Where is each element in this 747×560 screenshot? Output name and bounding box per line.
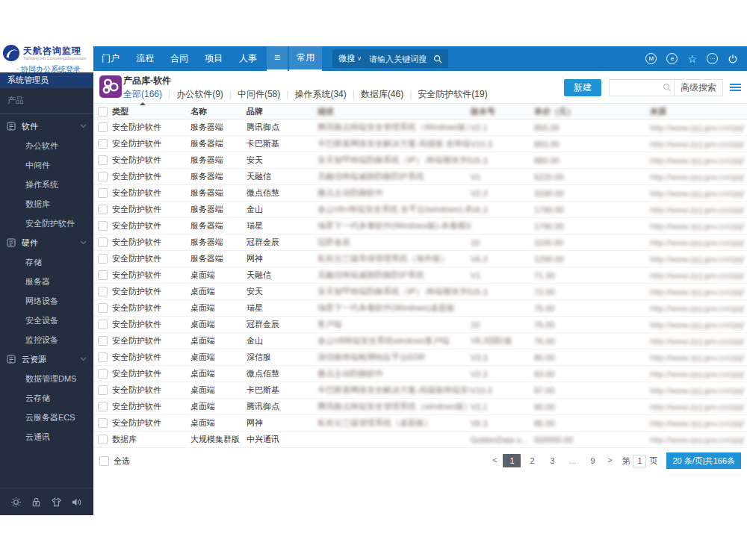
row-checkbox[interactable] (98, 352, 108, 362)
sidebar-group-3[interactable]: 云资源 (0, 349, 93, 369)
row-checkbox-cell (93, 402, 112, 411)
header-checkbox[interactable] (98, 107, 108, 116)
search-icon[interactable] (660, 83, 674, 92)
page-jump-input[interactable]: 1 (633, 455, 646, 467)
volume-icon[interactable] (71, 497, 83, 508)
sidebar-item[interactable]: 安全防护软件 (0, 214, 93, 233)
sidebar-group-2[interactable]: 硬件 (0, 233, 93, 252)
nav-item-5[interactable]: 人事 (231, 46, 265, 71)
tab-5[interactable]: 数据库(46) (361, 88, 403, 101)
row-checkbox[interactable] (98, 205, 108, 214)
row-checkbox[interactable] (98, 188, 108, 198)
cell-version-blurred: 10 (471, 238, 534, 247)
sidebar-item[interactable]: 云服务器ECS (0, 408, 93, 427)
next-page-button[interactable]: > (604, 454, 616, 467)
sidebar-item[interactable]: 办公软件 (0, 136, 93, 155)
row-checkbox[interactable] (98, 402, 108, 411)
row-checkbox[interactable] (98, 385, 108, 395)
select-all-checkbox[interactable] (99, 456, 109, 466)
row-checkbox[interactable] (98, 336, 108, 346)
row-checkbox[interactable] (98, 122, 108, 132)
settings-icon[interactable] (10, 497, 22, 508)
global-search-input[interactable] (368, 54, 433, 64)
sidebar-item[interactable]: 服务器 (0, 272, 93, 291)
main-content: 产品库-软件 全部(166)|办公软件(9)|中间件(58)|操作系统(34)|… (93, 71, 747, 470)
row-checkbox[interactable] (98, 270, 108, 280)
tab-1[interactable]: 全部(166) (123, 88, 162, 101)
prev-page-button[interactable]: < (489, 454, 500, 467)
sidebar-item[interactable]: 网络设备 (0, 291, 93, 311)
sidebar-item[interactable]: 操作系统 (0, 175, 93, 194)
search-category-dropdown[interactable]: 微搜 ∨ (338, 53, 362, 64)
cell-brand: 安天 (247, 286, 317, 297)
row-checkbox[interactable] (98, 172, 108, 181)
message-circle-icon[interactable]: e (666, 53, 678, 64)
page-size-badge[interactable]: 20 条/页|共166条 (666, 452, 741, 469)
tab-2[interactable]: 办公软件(9) (176, 88, 223, 101)
sidebar-item[interactable]: 数据管理DMS (0, 369, 93, 388)
tab-6[interactable]: 安全防护软件(19) (418, 88, 487, 101)
row-checkbox-cell (93, 139, 112, 149)
nav-item-common[interactable]: 常用 (289, 46, 322, 71)
row-checkbox-cell (93, 336, 112, 346)
table-row: 安全防护软件服务器端腾讯御点腾讯御点终端安全管理系统（Windows版）V2.1… (93, 119, 747, 136)
tab-3[interactable]: 中间件(58) (238, 88, 280, 101)
page-button-9[interactable]: 9 (583, 454, 601, 467)
company-name: 天航咨询监理 (23, 46, 87, 56)
row-checkbox[interactable] (98, 435, 108, 444)
chevron-down-icon (80, 240, 87, 245)
list-view-icon[interactable] (730, 83, 741, 92)
sidebar-item[interactable]: 监控设备 (0, 330, 93, 349)
row-checkbox[interactable] (98, 221, 108, 231)
row-checkbox-cell (93, 320, 112, 329)
nav-burger-icon[interactable]: ≡ (267, 46, 288, 71)
new-button[interactable]: 新建 (564, 79, 601, 96)
table-body: 安全防护软件服务器端腾讯御点腾讯御点终端安全管理系统（Windows版）V2.1… (93, 119, 747, 448)
row-checkbox[interactable] (98, 320, 108, 329)
row-checkbox[interactable] (98, 254, 108, 264)
nav-item-1[interactable]: 门户 (93, 46, 128, 71)
cell-source-blurred: http://www.zjcj.gov.cn/zjsj/ (650, 386, 747, 395)
more-circle-icon[interactable]: ··· (707, 53, 718, 64)
sidebar-item[interactable]: 数据库 (0, 194, 93, 214)
cell-brand: 网神 (247, 417, 317, 429)
row-checkbox[interactable] (98, 139, 108, 149)
theme-shirt-icon[interactable] (51, 497, 62, 508)
page-button-3[interactable]: 3 (543, 454, 561, 467)
row-checkbox[interactable] (98, 303, 108, 313)
row-checkbox[interactable] (98, 237, 108, 247)
cell-price-blurred: 1100.00 (534, 238, 650, 247)
sidebar-item[interactable]: 存储 (0, 252, 93, 272)
row-checkbox[interactable] (98, 155, 108, 165)
page-button-2[interactable]: 2 (523, 454, 541, 467)
advanced-search-button[interactable]: 高级搜索 (674, 80, 722, 96)
row-checkbox[interactable] (98, 287, 108, 296)
sidebar-item[interactable]: 安全设备 (0, 311, 93, 330)
row-checkbox-cell (93, 435, 112, 444)
lock-icon[interactable] (31, 497, 42, 508)
header-actions: 新建 高级搜索 (564, 78, 741, 96)
page-button-1[interactable]: 1 (503, 454, 521, 467)
cell-version-blurred: V2.1 (471, 402, 534, 411)
cell-name: 桌面端 (190, 286, 247, 297)
nav-item-3[interactable]: 合同 (162, 46, 196, 71)
search-icon[interactable] (433, 55, 442, 63)
star-icon[interactable]: ☆ (687, 54, 697, 64)
cell-type: 安全防护软件 (112, 352, 190, 363)
sidebar-group-1[interactable]: 软件 (0, 116, 93, 136)
nav-item-4[interactable]: 项目 (196, 46, 231, 71)
sidebar-item[interactable]: 中间件 (0, 155, 93, 175)
power-icon[interactable] (728, 54, 738, 64)
row-checkbox[interactable] (98, 369, 108, 379)
row-checkbox[interactable] (98, 418, 108, 428)
sidebar-item[interactable]: 云存储 (0, 388, 93, 408)
advanced-search-input[interactable] (610, 81, 660, 95)
sidebar-item[interactable]: 云通讯 (0, 427, 93, 447)
cell-description-blurred: 深信服终端检测响应平台EDR (317, 352, 471, 363)
search-category-label: 微搜 (338, 53, 355, 64)
tab-4[interactable]: 操作系统(34) (294, 88, 346, 101)
cell-brand: 中兴通讯 (247, 434, 317, 445)
nav-item-2[interactable]: 流程 (128, 46, 162, 71)
m-circle-icon[interactable]: M (645, 53, 657, 64)
cell-price-blurred: 72.00 (534, 287, 650, 296)
